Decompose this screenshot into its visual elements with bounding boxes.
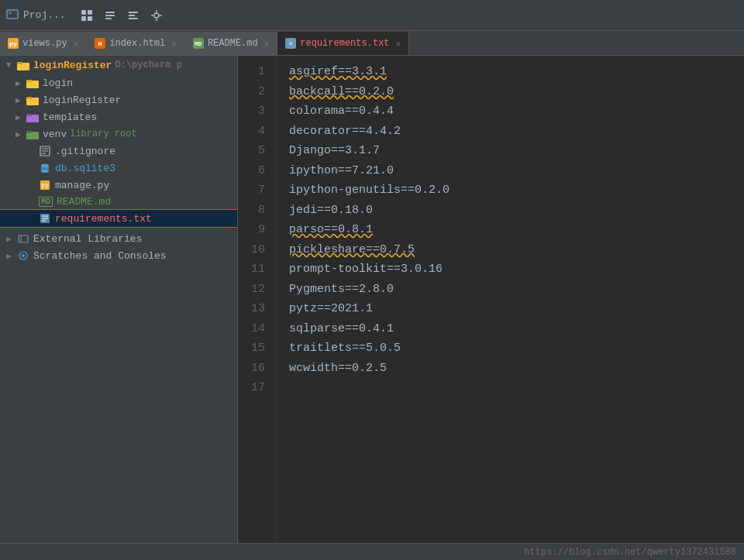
- code-line-4: decorator==4.4.2: [289, 122, 732, 142]
- login-folder-icon: [26, 77, 39, 89]
- sidebar-item-login[interactable]: login: [0, 74, 237, 91]
- sqlite-file-icon: [39, 162, 51, 174]
- code-line-17: [289, 378, 732, 398]
- code-line-14: sqlparse==0.4.1: [289, 319, 732, 339]
- tab-close-index-html[interactable]: ✕: [171, 39, 177, 49]
- code-line-10: pickleshare==0.7.5: [289, 240, 732, 260]
- txt-icon: ≡: [285, 38, 296, 49]
- tab-index-html[interactable]: H index.html ✕: [87, 32, 185, 55]
- ext-lib-arrow: [6, 234, 17, 244]
- gitignore-label: .gitignore: [55, 146, 115, 157]
- svg-rect-20: [26, 80, 32, 82]
- root-label: loginRegister: [33, 60, 112, 71]
- status-url: https://blog.csdn.net/qwerty1372431588: [524, 547, 736, 558]
- loginregister-arrow: [16, 95, 26, 105]
- editor-content[interactable]: 1 2 3 4 5 6 7 8 9 10 11 12 13 14 15 16 1…: [238, 56, 744, 543]
- tab-views-py[interactable]: py views.py ✕: [0, 32, 87, 55]
- sidebar-item-manage-py[interactable]: py manage.py: [0, 177, 237, 194]
- root-arrow: [6, 60, 17, 70]
- svg-rect-40: [19, 235, 28, 242]
- scratches-label: Scratches and Consoles: [33, 250, 167, 262]
- project-label[interactable]: Proj...: [6, 9, 66, 22]
- project-icon: [6, 9, 19, 22]
- venv-badge: library root: [70, 129, 136, 139]
- scratches-arrow: [6, 251, 17, 261]
- svg-rect-1: [9, 12, 12, 14]
- svg-point-33: [41, 170, 49, 173]
- tab-close-views-py[interactable]: ✕: [74, 39, 79, 49]
- sidebar-item-gitignore[interactable]: .gitignore: [0, 143, 237, 160]
- readme-md-badge: MD: [39, 197, 53, 207]
- svg-rect-5: [88, 16, 92, 21]
- align2-icon-btn[interactable]: [125, 7, 142, 24]
- code-line-8: jedi==0.18.0: [289, 201, 732, 221]
- status-bar: https://blog.csdn.net/qwerty1372431588: [0, 543, 744, 560]
- venv-arrow: [16, 129, 26, 139]
- align-icon-btn[interactable]: [102, 7, 119, 24]
- code-line-12: Pygments==2.8.0: [289, 280, 732, 300]
- manage-py-icon: py: [39, 179, 51, 191]
- loginregister-label: loginRegister: [43, 94, 121, 106]
- ext-lib-label: External Libraries: [33, 233, 142, 245]
- settings-icon: [150, 9, 163, 22]
- svg-rect-2: [81, 10, 86, 15]
- requirements-txt-label: requirements.txt: [55, 213, 152, 225]
- tab-close-readme-md[interactable]: ✕: [264, 39, 270, 49]
- sidebar: loginRegister D:\pycharm p login loginRe…: [0, 56, 238, 543]
- sqlite-label: db.sqlite3: [55, 163, 115, 174]
- readme-label: README.md: [57, 196, 111, 208]
- sidebar-item-templates[interactable]: templates: [0, 108, 237, 125]
- svg-rect-18: [17, 62, 22, 64]
- code-line-13: pytz==2021.1: [289, 299, 732, 319]
- sidebar-item-loginregister[interactable]: loginRegister: [0, 91, 237, 108]
- sidebar-item-scratches[interactable]: Scratches and Consoles: [0, 247, 237, 264]
- settings-icon-btn[interactable]: [148, 7, 165, 24]
- scratches-icon: [17, 249, 29, 262]
- tab-close-requirements-txt[interactable]: ✕: [396, 39, 401, 49]
- svg-text:py: py: [41, 182, 49, 189]
- tab-requirements-txt[interactable]: ≡ requirements.txt ✕: [277, 32, 409, 55]
- svg-rect-0: [7, 10, 18, 19]
- svg-rect-26: [26, 131, 32, 133]
- code-area[interactable]: asgiref==3.3.1 backcall==0.2.0 colorama=…: [277, 56, 744, 543]
- main-content: loginRegister D:\pycharm p login loginRe…: [0, 56, 744, 543]
- align-icon: [104, 9, 116, 22]
- py-icon: py: [8, 38, 19, 49]
- sidebar-item-requirements-txt[interactable]: requirements.txt: [0, 210, 237, 227]
- svg-point-12: [154, 13, 159, 18]
- root-folder-icon: [17, 59, 29, 71]
- login-label: login: [43, 77, 73, 89]
- html-icon: H: [95, 38, 105, 49]
- code-line-3: colorama==0.4.4: [289, 101, 732, 122]
- line-numbers: 1 2 3 4 5 6 7 8 9 10 11 12 13 14 15 16 1…: [238, 56, 277, 543]
- align2-icon: [127, 9, 140, 22]
- tabs-bar: py views.py ✕ H index.html ✕ MD README.m…: [0, 31, 744, 56]
- tab-readme-md[interactable]: MD README.md ✕: [185, 32, 277, 55]
- sidebar-item-external-libraries[interactable]: External Libraries: [0, 230, 237, 247]
- code-line-9: parso==0.8.1: [289, 220, 732, 240]
- requirements-txt-icon: [39, 212, 51, 225]
- templates-label: templates: [43, 112, 97, 123]
- code-line-5: Django==3.1.7: [289, 141, 732, 161]
- toolbar-icons: [78, 7, 165, 24]
- gitignore-file-icon: [39, 145, 51, 157]
- grid-icon-btn[interactable]: [78, 7, 95, 24]
- ext-lib-icon: [17, 232, 29, 245]
- code-line-1: asgiref==3.3.1: [289, 62, 732, 82]
- sidebar-root[interactable]: loginRegister D:\pycharm p: [0, 56, 237, 74]
- venv-folder-icon: [26, 128, 39, 140]
- svg-rect-22: [26, 97, 32, 99]
- svg-point-43: [22, 254, 25, 257]
- svg-rect-8: [105, 18, 112, 19]
- editor: 1 2 3 4 5 6 7 8 9 10 11 12 13 14 15 16 1…: [238, 56, 744, 543]
- titlebar: Proj...: [0, 0, 744, 31]
- sidebar-item-db-sqlite3[interactable]: db.sqlite3: [0, 160, 237, 177]
- venv-label: venv: [43, 129, 67, 140]
- code-line-16: wcwidth==0.2.5: [289, 359, 732, 379]
- svg-rect-24: [26, 114, 32, 116]
- svg-rect-7: [105, 15, 115, 16]
- grid-icon: [81, 9, 93, 22]
- sidebar-item-venv[interactable]: venv library root: [0, 125, 237, 143]
- sidebar-item-readme[interactable]: MD README.md: [0, 194, 237, 210]
- templates-folder-icon: [26, 111, 39, 123]
